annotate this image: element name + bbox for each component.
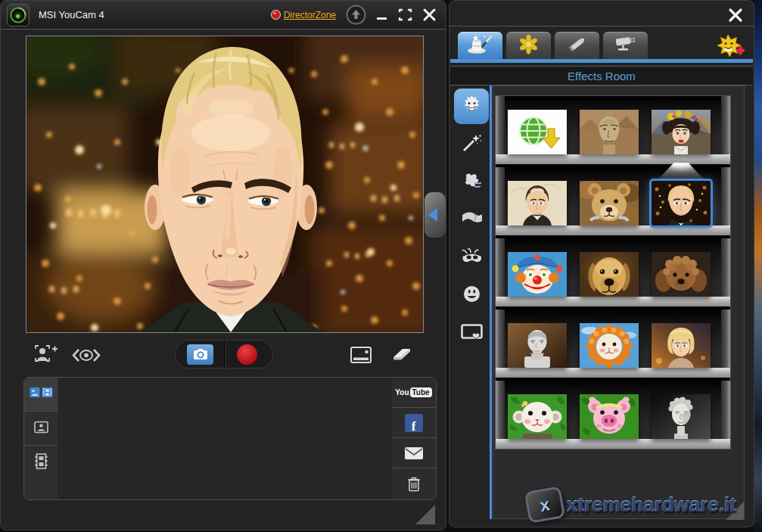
effect-man-avatar[interactable] bbox=[508, 181, 567, 226]
magic-hat-icon bbox=[467, 34, 494, 58]
effect-blond-man-avatar[interactable] bbox=[652, 181, 711, 226]
shelf-row bbox=[496, 238, 730, 306]
share-youtube-button[interactable]: YouTube bbox=[391, 378, 436, 408]
controls-bar bbox=[1, 338, 447, 372]
collapse-panel-handle[interactable] bbox=[425, 192, 446, 238]
effects-titlebar-separator bbox=[449, 26, 754, 26]
effect-lincoln-statue[interactable] bbox=[508, 323, 567, 368]
effect-poodle[interactable] bbox=[652, 252, 711, 297]
effect-pig-plush[interactable] bbox=[580, 394, 639, 439]
pip-icon[interactable] bbox=[350, 347, 372, 366]
gallery-filter-column bbox=[24, 378, 59, 499]
effects-room-header: Effects Room bbox=[450, 66, 753, 86]
shelf-row bbox=[496, 96, 730, 164]
desktop-wallpaper bbox=[754, 0, 762, 532]
effects-close-button[interactable] bbox=[728, 8, 743, 23]
masks-icon bbox=[461, 247, 483, 269]
watermark-badge: x bbox=[524, 486, 566, 524]
asterisk-icon bbox=[518, 34, 539, 58]
webcam-preview bbox=[26, 36, 424, 333]
effect-teddy-bear[interactable] bbox=[580, 181, 639, 226]
gallery-share-column: YouTube f bbox=[390, 378, 436, 499]
effect-golden-retriever[interactable] bbox=[580, 252, 639, 297]
filter-videos[interactable] bbox=[24, 446, 58, 480]
record-button[interactable] bbox=[237, 344, 257, 365]
filter-all-media[interactable] bbox=[24, 378, 58, 412]
tab-effects-room[interactable] bbox=[457, 31, 503, 59]
media-all-icon bbox=[30, 387, 54, 402]
gallery-content bbox=[60, 378, 390, 499]
email-icon bbox=[404, 446, 424, 460]
youtube-tube-text: Tube bbox=[410, 387, 432, 397]
face-login-icon[interactable] bbox=[34, 344, 58, 368]
effects-content bbox=[493, 86, 745, 519]
share-email-button[interactable] bbox=[391, 438, 436, 468]
videos-icon bbox=[35, 453, 48, 472]
snapshot-button[interactable] bbox=[187, 344, 213, 365]
facebook-logo: f bbox=[405, 414, 423, 432]
camera-icon bbox=[193, 348, 208, 360]
category-emoticon[interactable] bbox=[454, 278, 489, 313]
upload-button[interactable] bbox=[346, 5, 366, 25]
accent-vline bbox=[490, 86, 492, 519]
eye-tracking-icon[interactable] bbox=[72, 348, 101, 366]
trash-icon bbox=[407, 476, 421, 492]
capture-pill bbox=[175, 340, 273, 369]
magic-wand-icon bbox=[462, 132, 482, 156]
effect-download-more[interactable] bbox=[508, 110, 567, 154]
window-title: MSI YouCam 4 bbox=[39, 9, 104, 20]
add-effect-button[interactable] bbox=[716, 34, 745, 61]
emoticon-icon bbox=[462, 285, 481, 306]
tab-strip bbox=[457, 31, 648, 59]
filter-photos[interactable] bbox=[24, 412, 58, 446]
accent-bar bbox=[450, 59, 753, 63]
main-titlebar: MSI YouCam 4 DirectorZone bbox=[1, 1, 446, 30]
effect-geisha-avatar[interactable] bbox=[652, 110, 711, 154]
category-frames[interactable] bbox=[454, 316, 489, 351]
effect-clown[interactable] bbox=[508, 252, 567, 297]
directorzone-label[interactable]: DirectorZone bbox=[284, 10, 336, 20]
shelf-row bbox=[496, 310, 730, 378]
category-magic-wand[interactable] bbox=[454, 126, 489, 162]
effects-shelves bbox=[495, 95, 731, 450]
effect-blonde-woman-avatar[interactable] bbox=[652, 323, 711, 368]
pencil-icon bbox=[565, 34, 589, 57]
category-masks[interactable] bbox=[454, 240, 489, 275]
watermark: x xtremehardware.it bbox=[527, 489, 736, 521]
resize-grip[interactable] bbox=[415, 505, 435, 524]
category-avatar[interactable] bbox=[454, 89, 489, 124]
youtube-you-text: You bbox=[395, 388, 409, 397]
fullscreen-button[interactable] bbox=[398, 8, 412, 21]
main-window: MSI YouCam 4 DirectorZone bbox=[0, 0, 446, 530]
minimize-button[interactable] bbox=[376, 8, 388, 22]
category-particle[interactable] bbox=[454, 164, 489, 200]
effect-monkey-plush[interactable] bbox=[508, 394, 567, 439]
effects-window: Effects Room bbox=[449, 0, 754, 527]
avatar-icon bbox=[462, 95, 482, 118]
close-button[interactable] bbox=[422, 8, 437, 22]
eraser-icon[interactable] bbox=[391, 347, 412, 365]
delete-button[interactable] bbox=[391, 468, 436, 499]
app-logo-icon bbox=[7, 4, 30, 26]
category-sidebar bbox=[454, 89, 489, 353]
effect-lion-plush[interactable] bbox=[580, 323, 639, 368]
photos-icon bbox=[34, 421, 48, 437]
frames-icon bbox=[461, 323, 483, 344]
pill-divider bbox=[224, 340, 225, 369]
youtube-logo: YouTube bbox=[395, 387, 431, 397]
collapse-arrow-icon bbox=[428, 208, 437, 222]
effect-david-statue[interactable] bbox=[652, 394, 711, 439]
shelf-row bbox=[496, 381, 730, 449]
tab-draw[interactable] bbox=[554, 31, 600, 59]
share-facebook-button[interactable]: f bbox=[391, 408, 436, 438]
directorzone-icon bbox=[271, 10, 281, 20]
media-gallery: YouTube f bbox=[23, 377, 437, 500]
particle-icon bbox=[461, 171, 483, 193]
category-distortion[interactable] bbox=[454, 202, 489, 238]
effect-terracotta-warrior[interactable] bbox=[580, 110, 639, 154]
directorzone-link[interactable]: DirectorZone bbox=[271, 10, 336, 20]
tab-surveillance[interactable] bbox=[602, 31, 648, 59]
camera-icon bbox=[612, 34, 639, 57]
tab-gadgets[interactable] bbox=[505, 31, 552, 59]
watermark-text: xtremehardware.it bbox=[567, 493, 736, 517]
